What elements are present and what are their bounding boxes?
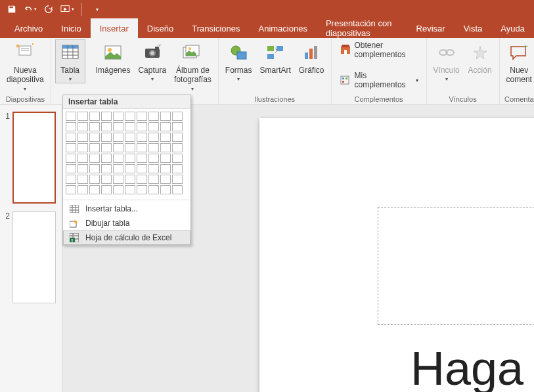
mis-complementos-button[interactable]: Mis complementos ▾ <box>336 70 422 91</box>
grid-cell[interactable] <box>137 185 147 194</box>
grid-cell[interactable] <box>148 112 159 121</box>
grid-cell[interactable] <box>160 122 171 131</box>
grid-cell[interactable] <box>78 185 88 194</box>
grid-cell[interactable] <box>172 112 183 121</box>
grid-cell[interactable] <box>125 122 135 131</box>
hoja-excel-item[interactable]: x Hoja de cálculo de Excel <box>63 230 190 245</box>
grid-cell[interactable] <box>137 122 147 131</box>
grid-cell[interactable] <box>66 133 76 142</box>
grid-cell[interactable] <box>172 133 183 142</box>
grid-cell[interactable] <box>89 112 100 121</box>
undo-button[interactable]: ▾ <box>22 1 38 17</box>
insertar-tabla-item[interactable]: Insertar tabla... <box>63 202 190 216</box>
grid-cell[interactable] <box>66 143 76 152</box>
grid-cell[interactable] <box>101 164 112 173</box>
menu-transiciones[interactable]: Transiciones <box>183 18 249 38</box>
grid-cell[interactable] <box>172 185 183 194</box>
dibujar-tabla-item[interactable]: Dibujar tabla <box>63 216 190 230</box>
grid-cell[interactable] <box>148 143 159 152</box>
grid-cell[interactable] <box>172 164 183 173</box>
grid-cell[interactable] <box>125 112 135 121</box>
grid-cell[interactable] <box>66 185 76 194</box>
smartart-button[interactable]: SmartArt <box>257 39 293 76</box>
grid-cell[interactable] <box>160 175 171 184</box>
grid-cell[interactable] <box>137 133 147 142</box>
menu-animaciones[interactable]: Animaciones <box>249 18 316 38</box>
menu-ayuda[interactable]: Ayuda <box>491 18 534 38</box>
start-from-beginning-button[interactable]: ▾ <box>59 1 75 17</box>
album-button[interactable]: Álbum de fotografías ▾ <box>171 39 214 93</box>
grid-cell[interactable] <box>148 154 159 163</box>
grid-cell[interactable] <box>101 154 112 163</box>
grid-cell[interactable] <box>101 143 112 152</box>
tabla-button[interactable]: Tabla ▾ <box>55 39 85 83</box>
menu-archivo[interactable]: Archivo <box>5 18 52 38</box>
save-button[interactable] <box>4 1 20 17</box>
imagenes-button[interactable]: Imágenes <box>93 39 133 76</box>
grid-cell[interactable] <box>113 143 123 152</box>
grid-cell[interactable] <box>89 143 100 152</box>
grid-cell[interactable] <box>89 175 100 184</box>
grid-cell[interactable] <box>125 143 135 152</box>
slide-thumb-2[interactable]: 2 <box>3 211 58 303</box>
grid-cell[interactable] <box>160 185 171 194</box>
grid-cell[interactable] <box>148 185 159 194</box>
grid-cell[interactable] <box>160 143 171 152</box>
grid-cell[interactable] <box>78 143 88 152</box>
menu-inicio[interactable]: Inicio <box>52 18 90 38</box>
nueva-diapositiva-button[interactable]: Nueva diapositiva ▾ <box>4 39 47 93</box>
grid-cell[interactable] <box>89 164 100 173</box>
grid-cell[interactable] <box>89 122 100 131</box>
grid-cell[interactable] <box>78 122 88 131</box>
grid-cell[interactable] <box>101 133 112 142</box>
grid-cell[interactable] <box>137 175 147 184</box>
grid-cell[interactable] <box>113 185 123 194</box>
grid-cell[interactable] <box>125 133 135 142</box>
grid-cell[interactable] <box>89 133 100 142</box>
menu-presentacion[interactable]: Presentación con diapositivas <box>317 18 407 38</box>
title-placeholder-text[interactable]: Haga c <box>411 341 534 392</box>
grid-cell[interactable] <box>148 133 159 142</box>
table-grid-selector[interactable] <box>63 109 190 198</box>
menu-diseno[interactable]: Diseño <box>138 18 183 38</box>
grid-cell[interactable] <box>148 175 159 184</box>
slide-canvas[interactable]: Haga c <box>259 118 534 392</box>
grid-cell[interactable] <box>66 175 76 184</box>
grid-cell[interactable] <box>66 112 76 121</box>
grid-cell[interactable] <box>125 164 135 173</box>
grid-cell[interactable] <box>137 112 147 121</box>
menu-revisar[interactable]: Revisar <box>407 18 455 38</box>
obtener-complementos-button[interactable]: Obtener complementos <box>336 39 422 60</box>
grid-cell[interactable] <box>101 112 112 121</box>
grid-cell[interactable] <box>148 122 159 131</box>
nuevo-comentario-button[interactable]: + Nuev coment <box>504 39 534 86</box>
grafico-button[interactable]: Gráfico <box>296 39 327 76</box>
grid-cell[interactable] <box>148 164 159 173</box>
grid-cell[interactable] <box>113 175 123 184</box>
grid-cell[interactable] <box>172 143 183 152</box>
grid-cell[interactable] <box>113 122 123 131</box>
grid-cell[interactable] <box>160 154 171 163</box>
grid-cell[interactable] <box>172 154 183 163</box>
slide-thumb-1[interactable]: 1 <box>3 112 58 204</box>
formas-button[interactable]: Formas ▾ <box>223 39 255 83</box>
grid-cell[interactable] <box>172 175 183 184</box>
redo-button[interactable] <box>41 1 56 17</box>
grid-cell[interactable] <box>101 185 112 194</box>
grid-cell[interactable] <box>172 122 183 131</box>
grid-cell[interactable] <box>113 112 123 121</box>
grid-cell[interactable] <box>66 164 76 173</box>
menu-insertar[interactable]: Insertar <box>91 18 138 38</box>
grid-cell[interactable] <box>125 154 135 163</box>
grid-cell[interactable] <box>137 143 147 152</box>
grid-cell[interactable] <box>101 122 112 131</box>
grid-cell[interactable] <box>78 175 88 184</box>
grid-cell[interactable] <box>78 133 88 142</box>
grid-cell[interactable] <box>137 164 147 173</box>
menu-vista[interactable]: Vista <box>455 18 492 38</box>
grid-cell[interactable] <box>125 185 135 194</box>
grid-cell[interactable] <box>66 122 76 131</box>
grid-cell[interactable] <box>137 154 147 163</box>
grid-cell[interactable] <box>78 164 88 173</box>
grid-cell[interactable] <box>160 164 171 173</box>
